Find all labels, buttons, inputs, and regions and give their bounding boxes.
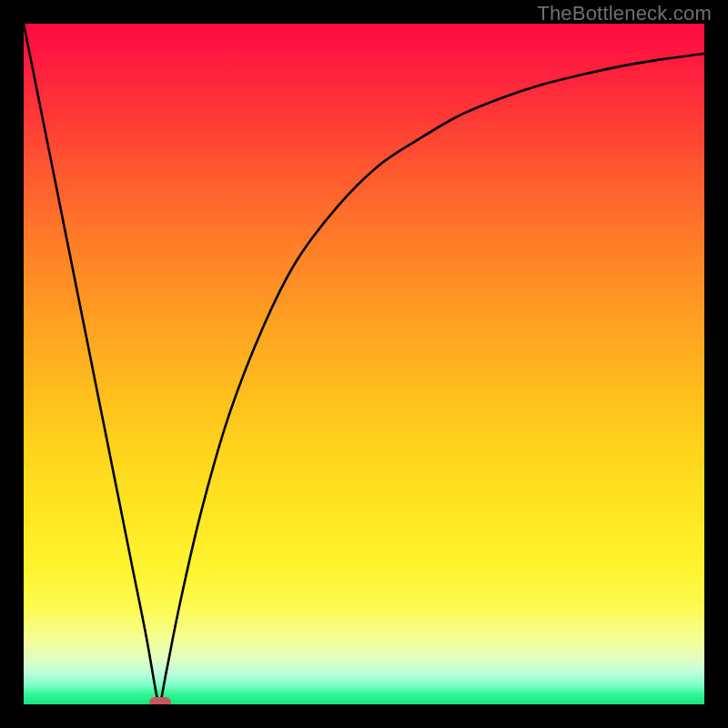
plot-area: [24, 24, 704, 704]
watermark-text: TheBottleneck.com: [537, 2, 712, 25]
chart-frame: TheBottleneck.com: [0, 0, 728, 728]
optimum-marker: [149, 697, 171, 704]
curve-path: [24, 24, 704, 704]
bottleneck-curve: [24, 24, 704, 704]
